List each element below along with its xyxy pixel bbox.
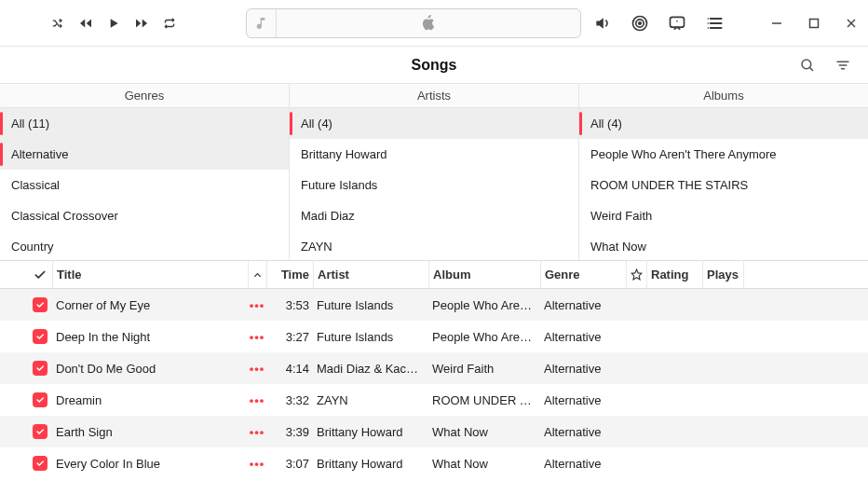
header-title[interactable]: Title — [52, 261, 248, 288]
search-button[interactable] — [795, 53, 820, 77]
browser-item[interactable]: Classical Crossover — [0, 200, 289, 231]
cell-time: 3:07 — [266, 457, 313, 471]
songs-table-body: Corner of My Eye•••3:53Future IslandsPeo… — [0, 289, 868, 479]
more-actions-button[interactable]: ••• — [248, 330, 266, 344]
cell-time: 4:14 — [266, 362, 313, 376]
next-button[interactable] — [130, 12, 153, 34]
airplay-button[interactable] — [628, 11, 652, 35]
browser-item[interactable]: ROOM UNDER THE STAIRS — [579, 170, 868, 200]
right-toolbar: " — [590, 11, 861, 35]
browser-item[interactable]: People Who Aren't There Anymore — [579, 139, 868, 170]
browser-item[interactable]: Brittany Howard — [290, 139, 578, 170]
browser-item[interactable]: Alternative — [0, 139, 289, 170]
more-actions-button[interactable]: ••• — [248, 362, 266, 376]
cell-album: What Now — [428, 457, 540, 471]
browser-item[interactable]: Classical — [0, 170, 289, 200]
row-checkbox[interactable] — [28, 361, 52, 376]
play-button[interactable] — [102, 12, 125, 34]
table-row[interactable]: Deep In the Night•••3:27Future IslandsPe… — [0, 321, 868, 352]
svg-point-9 — [708, 22, 710, 24]
table-row[interactable]: Don't Do Me Good•••4:14Madi Diaz & Kacey… — [0, 352, 868, 384]
cell-title: Don't Do Me Good — [52, 362, 248, 376]
browser-item[interactable]: All (4) — [579, 108, 868, 139]
more-actions-button[interactable]: ••• — [248, 457, 266, 471]
cell-album: What Now — [428, 425, 540, 439]
table-row[interactable]: Every Color In Blue•••3:07Brittany Howar… — [0, 447, 868, 479]
browser-item[interactable]: Country — [0, 231, 289, 260]
row-checkbox[interactable] — [28, 329, 52, 344]
close-button[interactable] — [842, 14, 861, 33]
repeat-button[interactable] — [158, 12, 181, 34]
browser-item[interactable]: ZAYN — [290, 231, 578, 260]
view-header: Songs — [0, 47, 868, 84]
now-playing-bar[interactable] — [246, 8, 581, 38]
row-checkbox[interactable] — [28, 297, 52, 312]
header-favorite-icon[interactable] — [626, 261, 646, 288]
browser-column-header[interactable]: Genres — [0, 84, 289, 108]
browser-item[interactable]: What Now — [579, 231, 868, 260]
music-note-icon — [247, 9, 277, 37]
checkmark-icon — [33, 329, 47, 344]
more-actions-button[interactable]: ••• — [248, 393, 266, 407]
svg-text:": " — [676, 20, 679, 25]
header-rating[interactable]: Rating — [646, 261, 702, 288]
filter-button[interactable] — [831, 53, 855, 77]
queue-button[interactable] — [702, 11, 726, 35]
header-plays[interactable]: Plays — [702, 261, 743, 288]
browser-column: AlbumsAll (4)People Who Aren't There Any… — [578, 84, 868, 260]
table-row[interactable]: Earth Sign•••3:39Brittany HowardWhat Now… — [0, 416, 868, 447]
browser-item[interactable]: Madi Diaz — [290, 200, 578, 231]
sort-ascending-icon[interactable] — [248, 261, 266, 288]
header-artist[interactable]: Artist — [313, 261, 428, 288]
cell-album: People Who Aren't T… — [428, 298, 540, 312]
browser-column-header[interactable]: Albums — [579, 84, 868, 108]
row-checkbox[interactable] — [28, 392, 52, 407]
column-browser: GenresAll (11)AlternativeClassicalClassi… — [0, 84, 868, 261]
cell-title: Every Color In Blue — [52, 457, 248, 471]
shuffle-button[interactable] — [47, 12, 69, 34]
cell-genre: Alternative — [540, 425, 626, 439]
songs-table-header: Title Time Artist Album Genre Rating Pla… — [0, 261, 868, 289]
browser-column-header[interactable]: Artists — [290, 84, 578, 108]
checkmark-icon — [33, 297, 47, 312]
cell-genre: Alternative — [540, 362, 626, 376]
cell-artist: Brittany Howard — [313, 425, 428, 439]
table-row[interactable]: Corner of My Eye•••3:53Future IslandsPeo… — [0, 289, 868, 321]
window-controls — [767, 14, 861, 33]
cell-time: 3:39 — [266, 425, 313, 439]
cell-title: Corner of My Eye — [52, 298, 248, 312]
header-album[interactable]: Album — [428, 261, 540, 288]
svg-point-15 — [802, 60, 811, 69]
minimize-button[interactable] — [767, 14, 786, 33]
cell-title: Earth Sign — [52, 425, 248, 439]
header-time[interactable]: Time — [266, 261, 313, 288]
header-check-icon[interactable] — [28, 268, 52, 282]
more-actions-button[interactable]: ••• — [248, 298, 266, 312]
svg-marker-20 — [631, 269, 642, 280]
row-checkbox[interactable] — [28, 456, 52, 471]
checkmark-icon — [33, 361, 47, 376]
browser-item[interactable]: Future Islands — [290, 170, 578, 200]
browser-item[interactable]: All (11) — [0, 108, 289, 139]
cell-artist: ZAYN — [313, 393, 428, 407]
browser-item[interactable]: Weird Faith — [579, 200, 868, 231]
page-title: Songs — [73, 57, 795, 74]
row-checkbox[interactable] — [28, 424, 52, 439]
previous-button[interactable] — [75, 12, 97, 34]
cell-album: ROOM UNDER THE… — [428, 393, 540, 407]
more-actions-button[interactable]: ••• — [248, 425, 266, 439]
volume-button[interactable] — [590, 11, 615, 35]
maximize-button[interactable] — [805, 14, 823, 33]
table-row[interactable]: Dreamin•••3:32ZAYNROOM UNDER THE…Alterna… — [0, 384, 868, 416]
cell-artist: Madi Diaz & Kacey… — [313, 362, 428, 376]
cell-time: 3:27 — [266, 330, 313, 344]
checkmark-icon — [33, 392, 47, 407]
svg-point-2 — [639, 21, 642, 24]
svg-point-10 — [708, 27, 710, 29]
browser-column: ArtistsAll (4)Brittany HowardFuture Isla… — [289, 84, 578, 260]
lyrics-button[interactable]: " — [665, 11, 689, 35]
browser-item[interactable]: All (4) — [290, 108, 578, 139]
cell-time: 3:53 — [266, 298, 313, 312]
cell-genre: Alternative — [540, 393, 626, 407]
header-genre[interactable]: Genre — [540, 261, 626, 288]
